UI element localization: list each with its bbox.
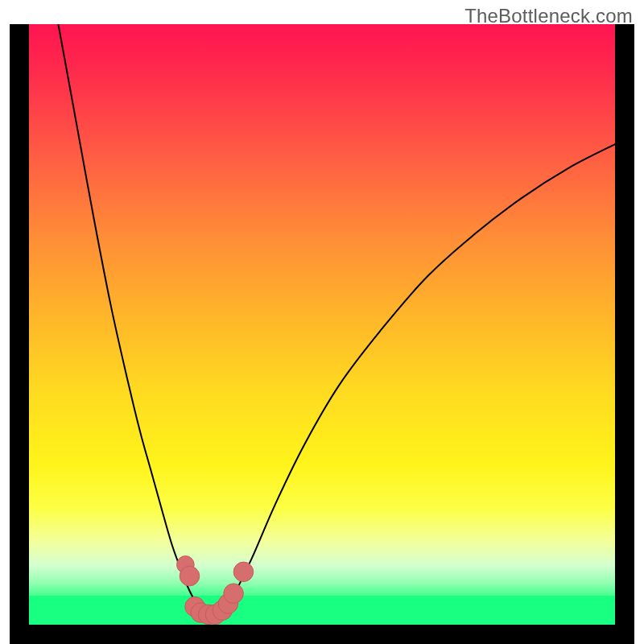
watermark-text: TheBottleneck.com [464,5,633,27]
data-point [224,584,244,604]
points-layer [29,24,615,625]
plot-area [29,24,615,625]
data-point [180,566,200,586]
plot-frame [10,24,634,644]
data-points [177,556,254,625]
data-point [233,562,254,582]
stage: TheBottleneck.com [0,0,644,644]
